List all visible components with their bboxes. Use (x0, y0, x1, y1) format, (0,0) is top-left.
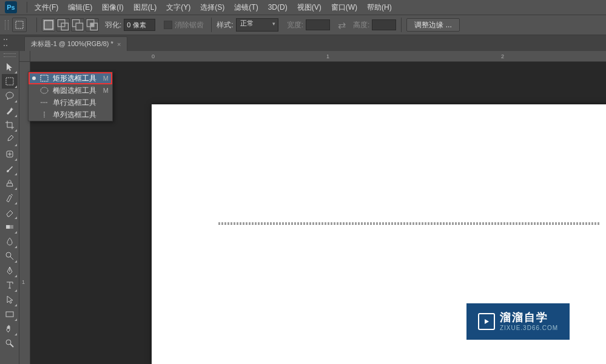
options-separator (401, 18, 402, 32)
toolbox (0, 51, 19, 364)
options-bar: 羽化: 消除锯齿 样式: 正常 宽度: ⇄ 高度: 调整边缘 ... (0, 15, 606, 35)
svg-rect-9 (6, 78, 13, 85)
menu-type[interactable]: 文字(Y) (161, 1, 195, 15)
type-tool[interactable] (2, 278, 18, 292)
healing-brush-tool[interactable] (2, 147, 18, 161)
flyout-label: 单列选框工具 (53, 110, 96, 120)
width-label: 宽度: (287, 20, 303, 30)
menu-bar: Ps 文件(F) 编辑(E) 图像(I) 图层(L) 文字(Y) 选择(S) 滤… (0, 0, 606, 15)
style-label: 样式: (217, 20, 233, 30)
menu-filter[interactable]: 滤镜(T) (229, 1, 263, 15)
selection-subtract-button[interactable] (71, 18, 84, 32)
blur-tool[interactable] (2, 234, 18, 249)
selection-marquee (218, 223, 599, 224)
marquee-tool[interactable] (2, 74, 18, 89)
dodge-tool[interactable] (2, 249, 18, 263)
crop-tool[interactable] (2, 118, 18, 132)
shortcut-label: M (103, 87, 109, 94)
single-row-icon (39, 98, 49, 107)
menu-view[interactable]: 视图(V) (292, 1, 326, 15)
rect-marquee-icon (39, 74, 49, 83)
flyout-single-column-marquee[interactable]: 单列选框工具 (29, 109, 112, 121)
antialias-label: 消除锯齿 (175, 20, 204, 30)
feather-label: 羽化: (105, 20, 121, 30)
svg-rect-5 (76, 23, 82, 30)
svg-point-17 (41, 87, 48, 93)
height-field (372, 19, 396, 30)
menu-help[interactable]: 帮助(H) (362, 1, 397, 15)
shortcut-label: M (103, 75, 109, 82)
watermark-logo-icon (478, 313, 495, 330)
close-tab-button[interactable]: × (117, 41, 121, 48)
path-selection-tool[interactable] (2, 292, 18, 307)
flyout-ellipse-marquee[interactable]: 椭圆选框工具 M (29, 84, 112, 96)
single-column-icon (39, 110, 49, 119)
menu-3d[interactable]: 3D(D) (263, 1, 292, 13)
pen-tool[interactable] (2, 263, 18, 278)
active-dot-icon (32, 76, 36, 80)
ruler-tick: 1 (22, 279, 25, 285)
zoom-tool[interactable] (2, 336, 18, 351)
antialias-checkbox[interactable] (164, 21, 172, 29)
menu-layer[interactable]: 图层(L) (129, 1, 162, 15)
svg-rect-16 (41, 75, 48, 81)
menu-separator (27, 2, 27, 13)
selection-intersect-button[interactable] (86, 18, 99, 32)
eyedropper-tool[interactable] (2, 132, 18, 147)
ruler-tick: 0 (152, 53, 155, 59)
brush-tool[interactable] (2, 161, 18, 176)
swap-dimensions-icon[interactable]: ⇄ (336, 19, 347, 30)
watermark-title: 溜溜自学 (500, 311, 558, 325)
height-label: 高度: (353, 20, 369, 30)
menu-file[interactable]: 文件(F) (30, 1, 63, 15)
ruler-origin[interactable] (19, 51, 30, 62)
lasso-tool[interactable] (2, 89, 18, 103)
menu-select[interactable]: 选择(S) (195, 1, 229, 15)
eraser-tool[interactable] (2, 205, 18, 220)
options-separator (36, 18, 37, 32)
feather-input[interactable] (124, 19, 155, 31)
document-tab-title: 未标题-1 @ 100%(RGB/8) * (31, 39, 113, 49)
svg-rect-0 (16, 21, 23, 29)
move-tool[interactable] (2, 59, 18, 74)
width-field (306, 19, 330, 30)
style-select[interactable]: 正常 (236, 18, 278, 32)
document-tab[interactable]: 未标题-1 @ 100%(RGB/8) * × (24, 36, 127, 51)
toolbox-handle-icon[interactable] (4, 53, 16, 57)
app-logo: Ps (5, 1, 17, 13)
svg-rect-8 (90, 23, 94, 27)
rectangle-shape-tool[interactable] (2, 307, 18, 322)
options-separator (211, 18, 212, 32)
flyout-rect-marquee[interactable]: 矩形选框工具 M (29, 72, 112, 84)
tab-handle-icon[interactable] (4, 39, 7, 46)
magic-wand-tool[interactable] (2, 103, 18, 118)
flyout-label: 单行选框工具 (53, 98, 96, 108)
selection-new-button[interactable] (42, 18, 55, 32)
active-tool-icon[interactable] (12, 18, 27, 32)
menu-edit[interactable]: 编辑(E) (63, 1, 97, 15)
svg-rect-12 (6, 225, 10, 229)
ellipse-marquee-icon (39, 86, 49, 95)
marquee-flyout-menu: 矩形选框工具 M 椭圆选框工具 M 单行选框工具 单列选框工具 (28, 72, 113, 121)
menu-image[interactable]: 图像(I) (97, 1, 128, 15)
watermark: 溜溜自学 ZIXUE.3D66.COM (466, 303, 570, 340)
selection-mode-group (42, 18, 99, 32)
document-tabs: 未标题-1 @ 100%(RGB/8) * × (0, 35, 606, 51)
hand-tool[interactable] (2, 322, 18, 336)
history-brush-tool[interactable] (2, 190, 18, 205)
selection-add-button[interactable] (56, 18, 70, 32)
horizontal-ruler[interactable]: 0 1 2 (30, 51, 606, 62)
flyout-single-row-marquee[interactable]: 单行选框工具 (29, 96, 112, 109)
options-handle-icon[interactable] (5, 20, 8, 30)
refine-edge-button[interactable]: 调整边缘 ... (406, 18, 459, 32)
ruler-tick: 1 (326, 53, 329, 59)
gradient-tool[interactable] (2, 220, 18, 234)
flyout-label: 椭圆选框工具 (53, 86, 96, 96)
svg-point-15 (6, 340, 11, 345)
menu-window[interactable]: 窗口(W) (326, 1, 362, 15)
svg-rect-1 (44, 21, 53, 29)
ruler-tick: 2 (501, 53, 504, 59)
svg-point-13 (6, 252, 11, 257)
svg-rect-14 (6, 312, 13, 317)
clone-stamp-tool[interactable] (2, 176, 18, 190)
